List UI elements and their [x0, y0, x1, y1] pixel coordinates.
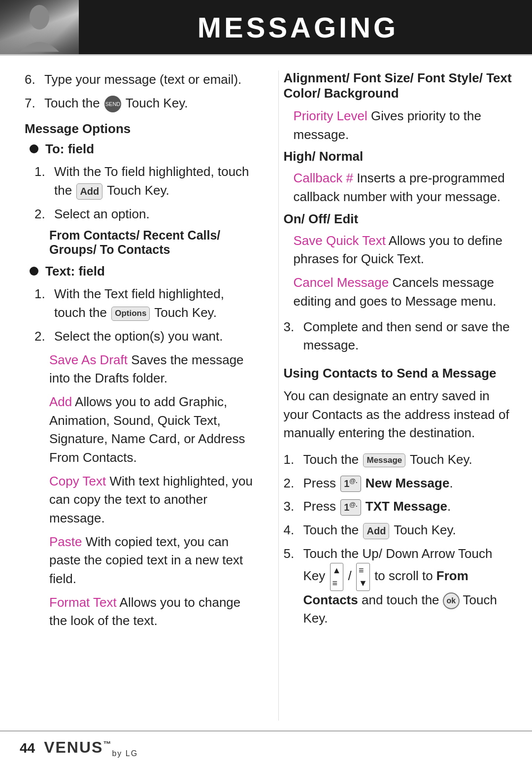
header-photo-overlay [0, 0, 79, 54]
cancel-message-item: Cancel Message Cancels message editing a… [294, 274, 513, 311]
page-title: MESSAGING [79, 11, 532, 44]
using-contacts-heading: Using Contacts to Send a Message [284, 366, 513, 381]
list-item: 3. Press 1@. TXT Message. [284, 497, 513, 516]
save-as-draft-text: Save As Draft Saves the message into the… [49, 351, 254, 388]
save-quick-text-label: Save Quick Text [294, 233, 386, 248]
save-as-draft-label: Save As Draft [49, 352, 128, 367]
cancel-message-label: Cancel Message [294, 275, 389, 290]
format-text-item: Format Text Allows you to change the loo… [49, 593, 254, 630]
list-item: 3. Complete and then send or save the me… [284, 318, 513, 355]
item-text: Touch the Add Touch Key. [303, 521, 513, 540]
page-footer: 44 VENUS™by LG [0, 730, 532, 765]
venus-logo: VENUS™by LG [44, 738, 138, 758]
item-number: 4. [284, 521, 303, 540]
add-key: Add [76, 183, 102, 200]
bullet-label: To: field [45, 141, 94, 157]
list-item: 1. Touch the Message Touch Key. [284, 451, 513, 469]
list-item: 5. Touch the Up/ Down Arrow Touch Key ▲≡… [284, 545, 513, 628]
priority-item: Priority Level Gives priority to the mes… [294, 107, 513, 144]
send-key-icon: SEND [104, 96, 121, 112]
add-label: Add [49, 394, 72, 409]
from-contacts-heading: From Contacts/ Recent Calls/ Groups/ To … [49, 228, 254, 257]
callback-label: Callback # [294, 171, 353, 185]
header-photo [0, 0, 79, 54]
callback-text: Callback # Inserts a pre-programmed call… [294, 169, 513, 206]
item-number: 3. [284, 497, 303, 516]
item-number: 2. [34, 205, 54, 224]
bullet-to-field: To: field [30, 141, 254, 157]
message-options-heading: Message Options [25, 121, 254, 137]
list-item: 1. With the To field highlighted, touch … [34, 163, 254, 200]
item-number: 3. [284, 318, 303, 355]
list-item: 1. With the Text field highlighted, touc… [34, 285, 254, 322]
save-quick-text-text: Save Quick Text Allows you to define phr… [294, 232, 513, 269]
left-column: 6. Type your message (text or email). 7.… [25, 70, 264, 721]
page-number: 44 [20, 740, 35, 756]
options-key: Options [111, 307, 150, 321]
item-text: Touch the Message Touch Key. [303, 451, 513, 469]
item-text: Complete and then send or save the messa… [303, 318, 513, 355]
paste-label: Paste [49, 534, 82, 549]
add-key-2: Add [363, 523, 389, 539]
priority-text: Priority Level Gives priority to the mes… [294, 107, 513, 144]
high-normal-heading: High/ Normal [284, 149, 513, 164]
item-text: Select the option(s) you want. [54, 327, 254, 346]
list-item: 6. Type your message (text or email). [25, 70, 254, 89]
item-text: Press 1@. New Message. [303, 474, 513, 493]
format-text-label: Format Text [49, 595, 117, 610]
item-text: With the To field highlighted, touch the… [54, 163, 254, 200]
cancel-message-text: Cancel Message Cancels message editing a… [294, 274, 513, 311]
item-text: Press 1@. TXT Message. [303, 497, 513, 516]
item-number: 2. [34, 327, 54, 346]
item-text: Type your message (text or email). [44, 70, 254, 89]
item-number: 5. [284, 545, 303, 628]
on-off-edit-heading: On/ Off/ Edit [284, 211, 513, 227]
using-contacts-body: You can designate an entry saved in your… [284, 387, 513, 443]
paste-text: Paste With copied text, you can paste th… [49, 533, 254, 589]
item-text: Touch the Up/ Down Arrow Touch Key ▲≡ / … [303, 545, 513, 628]
1-key-2: 1@. [340, 499, 361, 516]
item-number: 6. [25, 70, 44, 89]
paste-item: Paste With copied text, you can paste th… [49, 533, 254, 589]
ok-key: ok [443, 592, 460, 609]
page-header: MESSAGING [0, 0, 532, 54]
1-key: 1@. [340, 476, 361, 492]
down-arrow-key: ≡▼ [356, 563, 370, 591]
bullet-dot [30, 144, 38, 153]
add-text: Add Allows you to add Graphic, Animation… [49, 393, 254, 467]
item-number: 1. [284, 451, 303, 469]
list-item: 2. Select the option(s) you want. [34, 327, 254, 346]
bullet-text-field: Text: field [30, 264, 254, 279]
callback-item: Callback # Inserts a pre-programmed call… [294, 169, 513, 206]
item-text: Select an option. [54, 205, 254, 224]
list-item: 4. Touch the Add Touch Key. [284, 521, 513, 540]
add-item: Add Allows you to add Graphic, Animation… [49, 393, 254, 467]
copy-text-item: Copy Text With text highlighted, you can… [49, 472, 254, 528]
copy-text-label: Copy Text [49, 474, 106, 488]
main-content: 6. Type your message (text or email). 7.… [0, 56, 532, 730]
up-arrow-key: ▲≡ [330, 563, 344, 591]
list-item: 2. Press 1@. New Message. [284, 474, 513, 493]
bullet-label: Text: field [45, 264, 105, 279]
list-item: 7. Touch the SEND Touch Key. [25, 94, 254, 113]
right-column: Alignment/ Font Size/ Font Style/ Text C… [278, 70, 513, 721]
message-key: Message [363, 453, 405, 468]
list-item: 2. Select an option. [34, 205, 254, 224]
save-quick-text-item: Save Quick Text Allows you to define phr… [294, 232, 513, 269]
copy-text-text: Copy Text With text highlighted, you can… [49, 472, 254, 528]
item-number: 1. [34, 163, 54, 200]
item-number: 1. [34, 285, 54, 322]
svg-point-0 [30, 5, 49, 30]
item-text: With the Text field highlighted, touch t… [54, 285, 254, 322]
bullet-dot [30, 267, 38, 276]
save-as-draft-item: Save As Draft Saves the message into the… [49, 351, 254, 388]
item-number: 2. [284, 474, 303, 493]
alignment-heading: Alignment/ Font Size/ Font Style/ Text C… [284, 70, 513, 101]
priority-label: Priority Level [294, 108, 367, 123]
item-number: 7. [25, 94, 44, 113]
format-text-text: Format Text Allows you to change the loo… [49, 593, 254, 630]
item-text: Touch the SEND Touch Key. [44, 94, 254, 113]
